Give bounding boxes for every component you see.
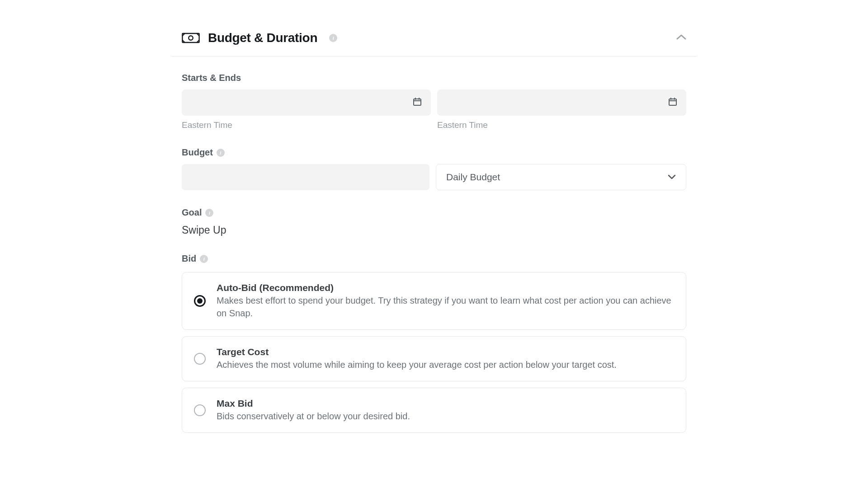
budget-row: Daily Budget bbox=[182, 164, 686, 190]
svg-point-1 bbox=[189, 36, 193, 40]
calendar-icon bbox=[668, 97, 677, 108]
svg-rect-2 bbox=[414, 99, 421, 105]
bid-label-text: Bid bbox=[182, 253, 196, 264]
info-icon[interactable]: i bbox=[329, 34, 337, 42]
bid-option-desc: Makes best effort to spend your budget. … bbox=[217, 294, 674, 319]
radio-icon bbox=[194, 353, 206, 365]
end-date-col: Eastern Time bbox=[437, 89, 686, 130]
goal-value: Swipe Up bbox=[182, 224, 686, 236]
bid-option-target-cost[interactable]: Target Cost Achieves the most volume whi… bbox=[182, 336, 686, 381]
radio-content: Target Cost Achieves the most volume whi… bbox=[217, 347, 674, 371]
dates-row: Eastern Time Eastern Time bbox=[182, 89, 686, 130]
section-header-left: Budget & Duration i bbox=[182, 31, 337, 45]
bid-option-title: Max Bid bbox=[217, 398, 674, 409]
money-icon bbox=[182, 33, 200, 43]
budget-type-value: Daily Budget bbox=[446, 172, 500, 183]
start-date-col: Eastern Time bbox=[182, 89, 431, 130]
budget-label-text: Budget bbox=[182, 147, 213, 158]
budget-label: Budget i bbox=[182, 147, 686, 158]
info-icon[interactable]: i bbox=[217, 149, 225, 157]
start-tz-label: Eastern Time bbox=[182, 120, 431, 130]
info-icon[interactable]: i bbox=[205, 209, 213, 217]
budget-section: Budget i Daily Budget bbox=[182, 147, 686, 190]
collapse-icon[interactable] bbox=[676, 34, 686, 42]
budget-amount-input[interactable] bbox=[182, 164, 429, 190]
section-title: Budget & Duration bbox=[208, 31, 317, 45]
chevron-down-icon bbox=[668, 173, 676, 181]
svg-rect-6 bbox=[669, 99, 676, 105]
bid-section: Bid i Auto-Bid (Recommended) Makes best … bbox=[182, 253, 686, 433]
bid-option-desc: Achieves the most volume while aiming to… bbox=[217, 358, 674, 371]
bid-label: Bid i bbox=[182, 253, 686, 264]
calendar-icon bbox=[413, 97, 422, 108]
end-tz-label: Eastern Time bbox=[437, 120, 686, 130]
radio-icon bbox=[194, 404, 206, 416]
budget-type-select[interactable]: Daily Budget bbox=[436, 164, 686, 190]
bid-option-title: Target Cost bbox=[217, 347, 674, 357]
radio-icon bbox=[194, 295, 206, 307]
bid-option-max-bid[interactable]: Max Bid Bids conservatively at or below … bbox=[182, 388, 686, 433]
radio-inner bbox=[197, 298, 203, 304]
goal-section: Goal i Swipe Up bbox=[182, 207, 686, 236]
budget-duration-panel: Budget & Duration i Starts & Ends bbox=[171, 13, 697, 448]
bid-option-title: Auto-Bid (Recommended) bbox=[217, 282, 674, 293]
radio-content: Auto-Bid (Recommended) Makes best effort… bbox=[217, 282, 674, 319]
radio-content: Max Bid Bids conservatively at or below … bbox=[217, 398, 674, 422]
dates-label: Starts & Ends bbox=[182, 73, 686, 83]
goal-label: Goal i bbox=[182, 207, 686, 218]
end-date-input[interactable] bbox=[437, 89, 686, 116]
section-content: Starts & Ends Eastern Time bbox=[171, 56, 697, 433]
section-header: Budget & Duration i bbox=[171, 22, 697, 56]
svg-rect-0 bbox=[182, 33, 199, 42]
goal-label-text: Goal bbox=[182, 207, 202, 218]
bid-option-desc: Bids conservatively at or below your des… bbox=[217, 410, 674, 422]
start-date-input[interactable] bbox=[182, 89, 431, 116]
info-icon[interactable]: i bbox=[200, 255, 208, 263]
bid-option-auto[interactable]: Auto-Bid (Recommended) Makes best effort… bbox=[182, 272, 686, 330]
